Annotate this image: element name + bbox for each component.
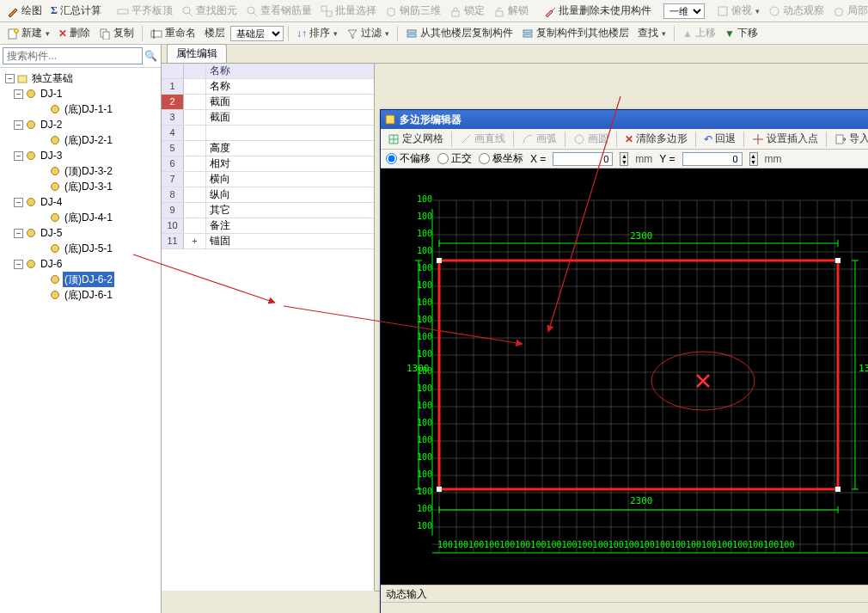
opt-polar-radio[interactable]	[479, 153, 490, 164]
batchsel-button[interactable]: 批量选择	[317, 2, 380, 20]
delete-button[interactable]: ✕删除	[55, 24, 94, 42]
row-header: 6	[162, 156, 184, 171]
floor-combo[interactable]: 基础层	[230, 26, 284, 41]
cell-a	[184, 141, 206, 156]
movedown-button[interactable]: ▼下移	[721, 24, 761, 42]
grid-row[interactable]: 6相对	[162, 156, 374, 172]
localiso-button[interactable]: 局部三	[829, 2, 868, 20]
tree-node[interactable]: −DJ-5	[2, 225, 159, 241]
grid-row[interactable]: 8纵向	[162, 187, 374, 203]
copy-to-other-button[interactable]: 复制构件到其他楼层	[518, 24, 633, 42]
opt-ortho-radio[interactable]	[437, 153, 449, 164]
moveup-button[interactable]: ▲上移	[679, 24, 719, 42]
tree-leaf[interactable]: (底)DJ-6-1	[2, 287, 159, 303]
gear-icon	[26, 259, 36, 269]
draw-circle-button[interactable]: 画圆	[570, 131, 612, 147]
find-button[interactable]: 查找▾	[634, 24, 669, 42]
draw-arc-button[interactable]: 画弧	[518, 131, 560, 147]
gear-icon	[50, 290, 60, 300]
tree-leaf[interactable]: (顶)DJ-3-2	[2, 163, 159, 179]
grid-row[interactable]: 5高度	[162, 141, 374, 156]
tree-node[interactable]: −DJ-1	[2, 86, 159, 101]
set-insert-point-button[interactable]: 设置插入点	[749, 131, 822, 147]
cell-a	[184, 79, 206, 94]
tree-leaf[interactable]: (底)DJ-1-1	[2, 101, 159, 117]
pe-canvas[interactable]: 1001001001001001001001001001001001001001…	[381, 169, 868, 585]
opt-no-offset-radio[interactable]	[386, 153, 397, 164]
pe-dynamic-input[interactable]: 动态输入	[381, 585, 868, 602]
tree-node[interactable]: −DJ-6	[2, 256, 159, 272]
rename-button[interactable]: 重命名	[147, 24, 199, 42]
x-input[interactable]	[553, 152, 613, 166]
y-label: Y =	[659, 153, 675, 165]
grid-row[interactable]: 2截面	[162, 95, 374, 110]
tree-root[interactable]: − 独立基础	[2, 70, 159, 86]
grid-row[interactable]: 11+锚固	[162, 234, 374, 249]
opt-no-offset[interactable]: 不偏移	[386, 151, 431, 166]
collapse-icon[interactable]: −	[14, 120, 23, 130]
search-icon[interactable]: 🔍	[143, 50, 158, 62]
y-spinner[interactable]: ▲▼	[749, 152, 758, 166]
define-grid-button[interactable]: 定义网格	[384, 131, 447, 147]
search-input[interactable]	[3, 47, 143, 64]
folder-icon	[17, 73, 28, 83]
tree-leaf[interactable]: (顶)DJ-6-2	[2, 272, 159, 287]
tree-leaf[interactable]: (底)DJ-5-1	[2, 241, 159, 256]
sumcalc-button[interactable]: Σ汇总计算	[47, 2, 105, 20]
unlock-button[interactable]: 解锁	[490, 2, 532, 20]
tick-label: 100	[417, 194, 432, 204]
sort-button[interactable]: ↓↑排序▾	[293, 24, 341, 42]
grid-row[interactable]: 10备注	[162, 218, 374, 234]
tab-properties[interactable]: 属性编辑	[167, 44, 227, 63]
pe-title-bar[interactable]: 多边形编辑器 ×	[381, 110, 868, 129]
grid-row[interactable]: 3截面	[162, 110, 374, 126]
floor-button[interactable]: 楼层	[201, 24, 229, 42]
grid-row[interactable]: 7横向	[162, 172, 374, 187]
undo-button[interactable]: ↶回退	[700, 131, 739, 147]
x-spinner[interactable]: ▲▼	[620, 152, 628, 166]
svg-point-11	[770, 7, 779, 15]
dynview-button[interactable]: 动态观察	[765, 2, 828, 20]
flatslab-button[interactable]: 平齐板顶	[113, 2, 176, 20]
cell-a	[184, 187, 206, 202]
iso-button[interactable]: 俯视▾	[713, 2, 763, 20]
collapse-icon[interactable]: −	[14, 198, 23, 207]
grid-row[interactable]: 4	[162, 126, 374, 141]
findprim-button[interactable]: 查找图元	[178, 2, 241, 20]
tree-node[interactable]: −DJ-2	[2, 117, 159, 132]
draw-button[interactable]: 绘图	[3, 2, 46, 20]
filter-button[interactable]: 过滤▾	[343, 24, 393, 42]
grid-row[interactable]: 1名称	[162, 79, 374, 95]
tree-node[interactable]: −DJ-3	[2, 148, 159, 163]
tree-node[interactable]: −DJ-4	[2, 194, 159, 210]
rebarqty-button[interactable]: 查看钢筋量	[242, 2, 315, 20]
component-tree[interactable]: − 独立基础 −DJ-1(底)DJ-1-1−DJ-2(底)DJ-2-1−DJ-3…	[0, 68, 161, 613]
batchdel-button[interactable]: 批量删除未使用构件	[541, 2, 655, 20]
opt-polar[interactable]: 极坐标	[479, 151, 523, 166]
collapse-icon[interactable]: −	[5, 74, 15, 83]
clear-polygon-button[interactable]: ✕清除多边形	[621, 131, 691, 147]
tree-leaf[interactable]: (底)DJ-3-1	[2, 179, 159, 194]
dimension-combo[interactable]: 一维	[663, 3, 705, 19]
collapse-icon[interactable]: −	[14, 260, 23, 269]
draw-line-button[interactable]: 画直线	[456, 131, 509, 147]
copy-from-other-button[interactable]: 从其他楼层复制构件	[402, 24, 517, 42]
new-button[interactable]: 新建▾	[3, 24, 53, 42]
collapse-icon[interactable]: −	[14, 229, 23, 238]
tree-leaf[interactable]: (底)DJ-2-1	[2, 132, 159, 148]
rebar3d-button[interactable]: 钢筋三维	[382, 2, 444, 20]
tree-leaf[interactable]: (底)DJ-4-1	[2, 210, 159, 225]
y-input[interactable]	[682, 152, 743, 166]
svg-point-34	[28, 261, 35, 268]
right-pane: 属性编辑 名称 1名称2截面3截面45高度6相对7横向8纵向9其它10备注11+…	[162, 45, 868, 613]
grid-row[interactable]: 9其它	[162, 203, 374, 218]
import-button[interactable]: 导入	[831, 131, 868, 147]
collapse-icon[interactable]: −	[14, 151, 23, 161]
tick-label: 100	[417, 504, 432, 513]
opt-ortho[interactable]: 正交	[437, 151, 472, 166]
lock-button[interactable]: 锁定	[446, 2, 488, 20]
copy-button[interactable]: 复制	[95, 24, 138, 42]
collapse-icon[interactable]: −	[14, 89, 23, 99]
property-grid[interactable]: 名称 1名称2截面3截面45高度6相对7横向8纵向9其它10备注11+锚固	[162, 64, 375, 591]
tick-label: 100	[417, 246, 432, 255]
